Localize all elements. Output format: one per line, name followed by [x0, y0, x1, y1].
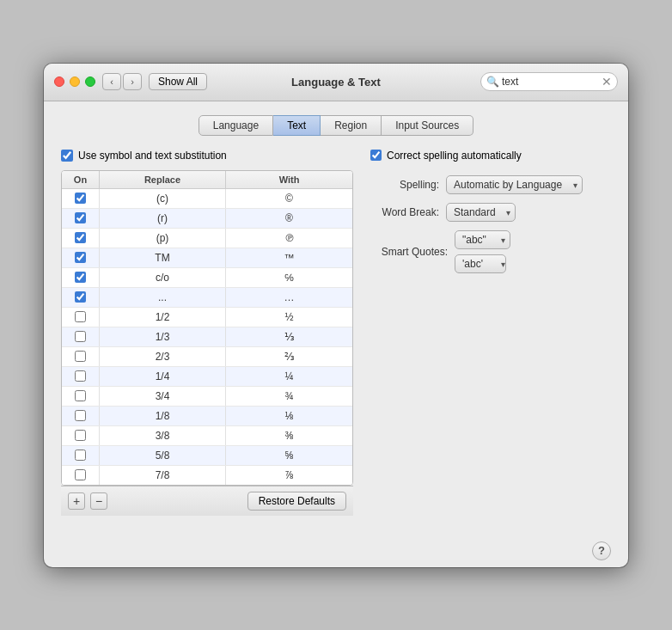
table-header: On Replace With — [62, 171, 352, 189]
spelling-row: Spelling: Automatic by Language English … — [370, 175, 611, 194]
nav-buttons: ‹ › — [102, 73, 142, 90]
table-row: 3/4¾ — [62, 387, 352, 407]
table-row: 1/8⅛ — [62, 407, 352, 426]
row-replace-cell: 1/2 — [100, 308, 226, 327]
content-area: Language Text Region Input Sources Use s… — [44, 101, 628, 533]
tab-language[interactable]: Language — [199, 115, 273, 136]
row-checkbox-13[interactable] — [75, 450, 86, 461]
table-row: TM™ — [62, 248, 352, 268]
row-with-cell: ™ — [226, 248, 352, 267]
search-input[interactable] — [502, 76, 588, 88]
window-title: Language & Text — [291, 76, 381, 89]
row-replace-cell: c/o — [100, 268, 226, 287]
wordbreak-select[interactable]: Standard English — [446, 203, 516, 222]
table-row: ...… — [62, 288, 352, 308]
search-clear-icon[interactable]: ✕ — [602, 75, 612, 89]
close-button[interactable] — [54, 76, 64, 87]
bottom-bar: ? — [44, 533, 628, 567]
tab-bar: Language Text Region Input Sources — [61, 115, 611, 136]
row-replace-cell: ... — [100, 288, 226, 307]
wordbreak-label: Word Break: — [370, 206, 439, 218]
row-replace-cell: 3/4 — [100, 387, 226, 406]
table-row: 2/3⅔ — [62, 347, 352, 367]
col-on: On — [62, 171, 100, 188]
row-replace-cell: (p) — [100, 229, 226, 248]
row-checkbox-cell — [62, 308, 100, 327]
row-with-cell: ⅞ — [226, 466, 352, 485]
row-checkbox-12[interactable] — [75, 430, 86, 441]
row-checkbox-0[interactable] — [75, 193, 86, 204]
row-checkbox-9[interactable] — [75, 370, 86, 382]
row-with-cell: ¾ — [226, 387, 352, 406]
help-button[interactable]: ? — [592, 541, 611, 560]
table-row: c/o℅ — [62, 268, 352, 288]
table-row: 1/2½ — [62, 308, 352, 327]
row-checkbox-cell — [62, 367, 100, 386]
row-checkbox-cell — [62, 407, 100, 425]
window: ‹ › Show All Language & Text 🔍 ✕ Languag… — [44, 64, 628, 567]
table-footer: + − Restore Defaults — [61, 486, 353, 516]
traffic-lights — [54, 76, 95, 87]
row-replace-cell: (r) — [100, 209, 226, 228]
row-checkbox-cell — [62, 426, 100, 445]
row-replace-cell: 2/3 — [100, 347, 226, 366]
right-panel: Correct spelling automatically Spelling:… — [370, 150, 611, 516]
row-checkbox-8[interactable] — [75, 351, 86, 362]
row-with-cell: © — [226, 189, 352, 208]
col-replace: Replace — [100, 171, 226, 188]
row-with-cell: ⅛ — [226, 407, 352, 425]
row-checkbox-14[interactable] — [75, 469, 86, 480]
smartquotes-double-wrapper: "abc" "abc" «abc» ▾ — [455, 230, 510, 249]
row-with-cell: ⅓ — [226, 327, 352, 346]
correct-spelling-label[interactable]: Correct spelling automatically — [370, 150, 611, 162]
table-row: 3/8⅜ — [62, 426, 352, 446]
remove-row-button[interactable]: − — [90, 492, 107, 510]
forward-button[interactable]: › — [123, 73, 142, 90]
row-checkbox-cell — [62, 268, 100, 287]
search-icon: 🔍 — [486, 76, 499, 88]
wordbreak-row: Word Break: Standard English ▾ — [370, 203, 611, 222]
row-checkbox-2[interactable] — [75, 232, 86, 243]
row-with-cell: ¼ — [226, 367, 352, 386]
row-checkbox-cell — [62, 466, 100, 485]
row-with-cell: ⅔ — [226, 347, 352, 366]
back-button[interactable]: ‹ — [102, 73, 121, 90]
row-checkbox-cell — [62, 288, 100, 307]
row-checkbox-3[interactable] — [75, 252, 86, 263]
zoom-button[interactable] — [85, 76, 95, 87]
row-replace-cell: 1/4 — [100, 367, 226, 386]
row-checkbox-11[interactable] — [75, 410, 86, 421]
tab-input-sources[interactable]: Input Sources — [382, 115, 473, 136]
row-replace-cell: 7/8 — [100, 466, 226, 485]
row-checkbox-cell — [62, 446, 100, 465]
correct-spelling-checkbox[interactable] — [370, 150, 382, 161]
tab-text[interactable]: Text — [273, 115, 321, 136]
minimize-button[interactable] — [70, 76, 80, 87]
row-checkbox-6[interactable] — [75, 311, 86, 322]
search-box: 🔍 ✕ — [480, 72, 618, 91]
spelling-select[interactable]: Automatic by Language English French Ger… — [446, 175, 583, 194]
left-panel: Use symbol and text substitution On Repl… — [61, 150, 353, 516]
row-with-cell: ℗ — [226, 229, 352, 248]
row-checkbox-4[interactable] — [75, 272, 86, 283]
table-row: (c)© — [62, 189, 352, 209]
spelling-select-wrapper: Automatic by Language English French Ger… — [446, 175, 583, 194]
tab-region[interactable]: Region — [321, 115, 382, 136]
row-replace-cell: 1/8 — [100, 407, 226, 425]
table-row: (r)® — [62, 209, 352, 229]
restore-defaults-button[interactable]: Restore Defaults — [247, 492, 346, 511]
row-with-cell: ℅ — [226, 268, 352, 287]
row-checkbox-cell — [62, 248, 100, 267]
row-checkbox-10[interactable] — [75, 390, 86, 401]
row-checkbox-5[interactable] — [75, 291, 86, 303]
use-substitution-checkbox-label[interactable]: Use symbol and text substitution — [61, 150, 353, 162]
use-substitution-checkbox[interactable] — [61, 150, 73, 162]
wordbreak-select-wrapper: Standard English ▾ — [446, 203, 516, 222]
row-checkbox-1[interactable] — [75, 212, 86, 223]
smartquotes-double-select[interactable]: "abc" "abc" «abc» — [455, 230, 510, 249]
smartquotes-single-select[interactable]: 'abc' 'abc' ‹abc› — [455, 254, 506, 273]
show-all-button[interactable]: Show All — [149, 73, 207, 90]
row-with-cell: … — [226, 288, 352, 307]
add-row-button[interactable]: + — [68, 492, 85, 510]
row-checkbox-7[interactable] — [75, 331, 86, 342]
